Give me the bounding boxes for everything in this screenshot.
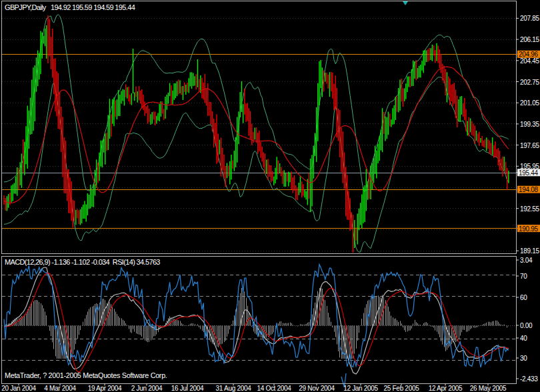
svg-text:0.00: 0.00 [520, 322, 533, 329]
svg-text:194.08: 194.08 [519, 186, 539, 193]
svg-text:3.04: 3.04 [520, 257, 533, 264]
svg-text:202.75: 202.75 [520, 79, 540, 86]
svg-text:204.45: 204.45 [520, 57, 540, 65]
svg-text:30: 30 [520, 355, 527, 362]
svg-text:29 Nov 2004: 29 Nov 2004 [299, 385, 335, 392]
svg-text:20 Jan 2004: 20 Jan 2004 [1, 385, 36, 392]
svg-text:70: 70 [520, 273, 527, 280]
svg-text:4 Mar 2004: 4 Mar 2004 [44, 385, 76, 392]
svg-text:GBPJPY,Daily 194.92 195.59 1: GBPJPY,Daily 194.92 195.59 194.59 195.44 [5, 3, 135, 11]
svg-text:206.15: 206.15 [520, 36, 540, 43]
svg-text:60: 60 [520, 294, 527, 301]
svg-text:204.96: 204.96 [519, 51, 539, 58]
svg-text:14 Oct 2004: 14 Oct 2004 [257, 385, 291, 392]
svg-text:199.35: 199.35 [520, 121, 540, 128]
svg-text:2 Jun 2004: 2 Jun 2004 [131, 385, 163, 392]
svg-text:207.85: 207.85 [520, 15, 540, 22]
svg-text:40: 40 [520, 335, 527, 342]
svg-text:MACD(12,26,9) -1.136 -1.102 -0: MACD(12,26,9) -1.136 -1.102 -0.034 RSI(1… [5, 258, 160, 266]
svg-text:12 Apr 2005: 12 Apr 2005 [429, 385, 463, 392]
svg-text:31 Aug 2004: 31 Aug 2004 [216, 385, 252, 392]
svg-text:16 Jul 2004: 16 Jul 2004 [171, 385, 204, 392]
svg-text:12 Jan 2005: 12 Jan 2005 [343, 385, 378, 392]
svg-text:197.65: 197.65 [520, 142, 540, 149]
svg-text:25 Feb 2005: 25 Feb 2005 [384, 385, 420, 392]
svg-text:190.95: 190.95 [519, 225, 539, 233]
svg-text:MetaTrader, ? 2001-2005 MetaQu: MetaTrader, ? 2001-2005 MetaQuotes Softw… [5, 371, 167, 379]
svg-text:-2.433: -2.433 [520, 375, 538, 383]
svg-text:192.55: 192.55 [520, 205, 540, 213]
svg-text:195.44: 195.44 [519, 169, 539, 177]
svg-text:201.05: 201.05 [520, 99, 540, 107]
svg-text:19 Apr 2004: 19 Apr 2004 [88, 385, 122, 392]
svg-text:26 May 2005: 26 May 2005 [470, 385, 507, 392]
svg-text:189.15: 189.15 [520, 247, 540, 255]
